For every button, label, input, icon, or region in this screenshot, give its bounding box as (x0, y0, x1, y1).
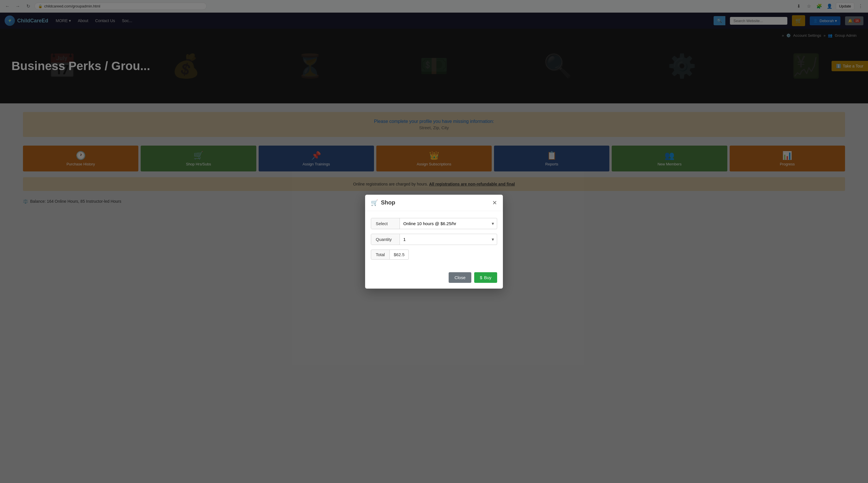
shop-cart-icon: 🛒 (371, 199, 378, 206)
select-chevron-down-icon: ▾ (492, 218, 497, 227)
modal-header: 🛒 Shop ✕ (365, 195, 503, 211)
modal-body: Select Online 10 hours @ $6.25/hr Online… (365, 211, 503, 227)
modal-title: 🛒 Shop (371, 199, 395, 206)
select-dropdown[interactable]: Online 10 hours @ $6.25/hr Online 20 hou… (400, 218, 492, 227)
shop-modal: 🛒 Shop ✕ Select Online 10 hours @ $6.25/… (365, 195, 503, 227)
select-row: Select Online 10 hours @ $6.25/hr Online… (371, 218, 497, 227)
select-label: Select (371, 218, 400, 227)
modal-close-button[interactable]: ✕ (492, 199, 497, 206)
modal-overlay: 🛒 Shop ✕ Select Online 10 hours @ $6.25/… (0, 0, 868, 227)
